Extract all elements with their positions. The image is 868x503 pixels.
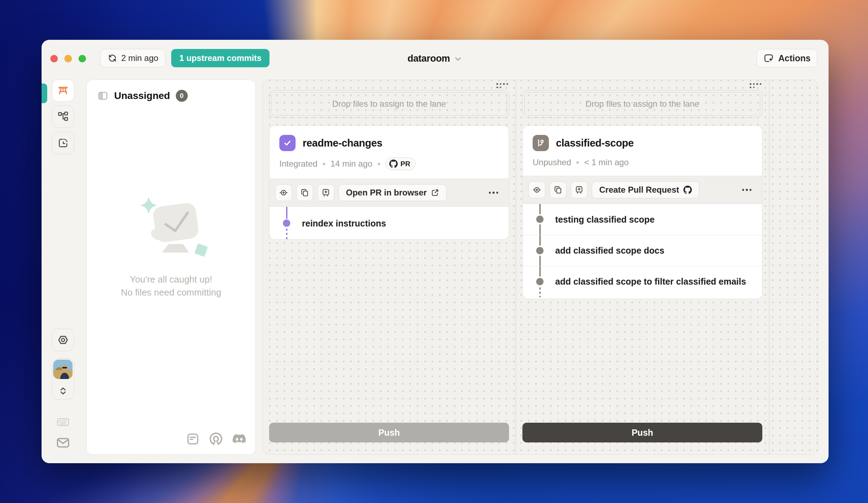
sidebar-item-branches[interactable] [52,105,74,128]
mail-icon [56,435,70,450]
split-view-icon [97,90,108,101]
drop-hint: Drop files to assign to the lane [332,99,446,109]
pr-badge[interactable]: PR [385,157,416,170]
branch-card-readme-changes: readme-changes Integrated 14 min ago PR [269,125,509,240]
profile-switcher[interactable] [52,358,74,400]
commit-graph-dot [536,216,544,223]
lane-drag-handle[interactable] [496,83,508,88]
drop-hint: Drop files to assign to the lane [585,99,699,109]
commit-graph-line [539,266,541,277]
branch-toolbar: Open PR in browser [269,179,509,207]
keyboard-icon [56,415,70,429]
branches-icon [57,111,69,122]
empty-state-title: You're all caught up! [87,273,255,286]
actions-sparkle-icon [763,53,774,63]
commit-graph-line [539,256,541,266]
more-options-button[interactable] [737,184,757,196]
dot-separator [378,163,380,165]
commit-message: add classified scope to filter classifie… [555,277,746,287]
file-drop-zone[interactable]: Drop files to assign to the lane [269,90,509,118]
local-branch-icon [533,135,549,151]
actions-button[interactable]: Actions [757,49,817,67]
open-pr-in-browser-button[interactable]: Open PR in browser [339,184,447,201]
project-selector[interactable]: dataroom [42,53,829,64]
file-drop-zone[interactable]: Drop files to assign to the lane [522,90,762,118]
lane-readme-changes: Drop files to assign to the lane readme-… [263,80,515,454]
external-link-icon [431,188,439,197]
commit-graph-line-dashed [539,287,541,297]
branch-status: Integrated [279,159,317,169]
lane-drag-handle[interactable] [750,83,762,88]
panel-footer [185,431,247,447]
profile-selector-chevrons-icon [52,386,74,396]
project-title: dataroom [408,53,450,64]
new-dependent-branch-button[interactable] [571,181,588,198]
new-dependent-branch-button[interactable] [317,184,334,201]
keyboard-shortcuts-button[interactable] [55,414,71,430]
lane-empty [770,80,819,454]
share-feedback-button[interactable] [185,431,200,447]
unassigned-title: Unassigned [114,90,170,101]
commit-graph-line [539,235,541,246]
lanes-viewport: Drop files to assign to the lane readme-… [262,80,818,455]
unassigned-count-badge: 0 [176,90,188,102]
sidebar-item-workspace[interactable] [52,79,74,102]
pr-badge-label: PR [401,160,410,168]
settings-nut-icon [57,334,69,346]
branch-name[interactable]: readme-changes [303,137,382,149]
push-button[interactable]: Push [522,423,762,442]
branch-time: < 1 min ago [584,157,628,167]
branch-card-classified-scope: classified-scope Unpushed < 1 min ago [522,125,762,299]
commit-row[interactable]: testing classified scope [523,204,762,235]
commit-button[interactable] [528,181,545,198]
dot-separator [576,161,579,164]
commit-message: reindex instructions [302,218,386,229]
github-icon [683,186,692,194]
sidebar-item-history[interactable] [52,132,74,154]
commit-button[interactable] [275,184,292,201]
branch-time: 14 min ago [330,159,372,169]
commit-graph-line [539,204,541,214]
open-pr-label: Open PR in browser [346,188,427,198]
create-pr-label: Create Pull Request [599,185,679,195]
teal-edge-notch [42,83,47,103]
commit-row[interactable]: add classified scope to filter classifie… [523,266,762,297]
chevron-down-icon [453,54,463,63]
commit-row[interactable]: reindex instructions [269,207,509,240]
discord-button[interactable] [231,431,247,447]
unassigned-panel: Unassigned 0 You're all caught up! No fi… [86,80,256,455]
commit-graph-line [286,207,287,219]
avatar [53,360,73,379]
history-clock-icon [57,137,69,149]
dot-separator [323,163,325,165]
create-pull-request-button[interactable]: Create Pull Request [592,181,699,198]
branch-status: Unpushed [533,157,571,167]
commit-message: testing classified scope [555,215,655,225]
app-window: 2 min ago 1 upstream commits dataroom Ac… [42,40,829,463]
integrated-branch-icon [279,135,296,151]
caught-up-illustration [87,192,255,273]
commit-graph-line [539,224,541,235]
branch-name[interactable]: classified-scope [556,137,634,149]
actions-label: Actions [778,53,811,63]
branch-toolbar: Create Pull Request [523,176,762,204]
commit-message: add classified scope docs [555,246,664,256]
sidebar-item-settings[interactable] [52,329,74,351]
empty-state: You're all caught up! No files need comm… [87,192,255,299]
push-button-disabled[interactable]: Push [269,423,509,442]
copy-branch-button[interactable] [550,181,566,198]
commit-graph-dot [283,219,290,227]
lane-classified-scope: Drop files to assign to the lane classif… [516,80,769,454]
commit-row[interactable]: add classified scope docs [523,235,762,266]
commit-graph-dot [536,278,544,285]
copy-branch-button[interactable] [296,184,313,201]
commit-graph-dot [536,247,544,254]
empty-state-subtitle: No files need committing [87,286,255,299]
feedback-mail-button[interactable] [55,435,71,451]
commit-graph-line-dashed [286,229,287,240]
open-source-button[interactable] [208,431,224,447]
more-options-button[interactable] [484,187,503,199]
workbench-icon [57,85,69,97]
